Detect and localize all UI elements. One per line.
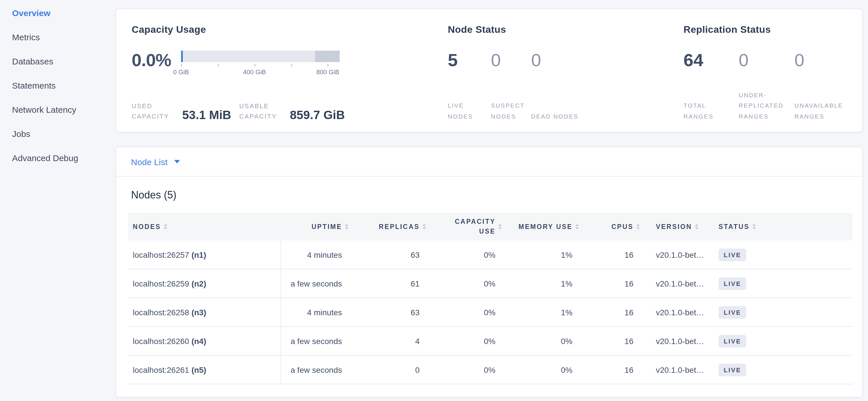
under-replicated-ranges-value: 0	[739, 48, 795, 69]
axis-tick	[255, 64, 255, 67]
cpus-cell: 16	[579, 355, 640, 384]
status-badge: LIVE	[718, 306, 746, 318]
sidebar-item-overview[interactable]: Overview	[12, 9, 116, 18]
column-header-status[interactable]: STATUS	[712, 213, 852, 240]
memory-use-cell: 1%	[502, 298, 579, 326]
capacity-usage-panel: Capacity Usage 0.0%	[132, 24, 448, 121]
total-ranges-value: 64	[683, 48, 739, 69]
sort-icon	[752, 224, 756, 230]
uptime-cell: a few seconds	[281, 269, 348, 298]
node-status-title: Node Status	[448, 24, 683, 36]
nodes-table-section: Nodes (5) NODES UPTIME	[116, 177, 862, 397]
suspect-nodes-value: 0	[491, 48, 531, 69]
column-header-nodes[interactable]: NODES	[128, 213, 281, 240]
node-address: localhost:26260	[133, 336, 189, 345]
total-ranges-stat: 64 TOTAL RANGES	[683, 48, 739, 121]
sidebar-item-metrics[interactable]: Metrics	[12, 33, 116, 42]
sidebar: Overview Metrics Databases Statements Ne…	[0, 0, 116, 401]
column-label: REPLICAS	[379, 223, 420, 230]
sidebar-item-statements[interactable]: Statements	[12, 81, 116, 90]
axis-tick-label: 400 GiB	[243, 68, 266, 75]
table-row-node-5: localhost:26261(n5) a few seconds 0 0% 0…	[128, 355, 852, 384]
total-ranges-label: TOTAL RANGES	[683, 101, 739, 122]
sort-icon	[695, 224, 699, 230]
uptime-cell: a few seconds	[281, 326, 348, 355]
column-header-memory-use[interactable]: MEMORY USE	[502, 213, 579, 240]
dead-nodes-value: 0	[531, 48, 683, 69]
table-header-row: NODES UPTIME REPLICAS	[128, 213, 852, 240]
version-cell: v20.1.0-bet…	[640, 355, 712, 384]
dead-nodes-stat: 0 DEAD NODES	[531, 48, 683, 121]
column-header-version[interactable]: VERSION	[640, 213, 712, 240]
sidebar-item-network-latency[interactable]: Network Latency	[12, 105, 116, 114]
node-address-cell: localhost:26260(n4)	[128, 326, 281, 355]
node-address-cell: localhost:26257(n1)	[128, 240, 281, 269]
under-replicated-ranges-stat: 0 UNDER-REPLICATED RANGES	[739, 48, 795, 121]
node-id: (n3)	[191, 308, 206, 317]
capacity-usage-title: Capacity Usage	[132, 24, 448, 36]
replicas-cell: 0	[348, 355, 426, 384]
column-header-capacity-use[interactable]: CAPACITY USE	[426, 213, 502, 240]
sort-icon	[345, 224, 348, 230]
column-label: UPTIME	[312, 223, 342, 230]
column-header-cpus[interactable]: CPUS	[579, 213, 640, 240]
status-cell: LIVE	[712, 298, 852, 326]
table-row-node-2: localhost:26259(n2) a few seconds 61 0% …	[128, 269, 852, 298]
node-address-cell: localhost:26259(n2)	[128, 269, 281, 298]
capacity-bar-reserved-segment	[315, 51, 340, 62]
replicas-cell: 63	[348, 298, 426, 326]
cluster-overview-page: Overview Metrics Databases Statements Ne…	[0, 0, 868, 401]
sort-icon	[576, 224, 579, 230]
column-label: CAPACITY USE	[453, 217, 496, 236]
table-row-node-3: localhost:26258(n3) 4 minutes 63 0% 1% 1…	[128, 298, 852, 326]
node-address: localhost:26258	[133, 308, 189, 317]
axis-tick-label: 0 GiB	[173, 68, 189, 75]
live-nodes-stat: 5 LIVE NODES	[448, 48, 491, 121]
column-label: MEMORY USE	[519, 223, 572, 230]
nodes-count-title: Nodes (5)	[131, 189, 852, 201]
node-list-card: Node List Nodes (5) NODES	[116, 147, 863, 398]
node-address: localhost:26259	[133, 279, 189, 288]
node-address: localhost:26261	[133, 365, 189, 374]
main-content: Capacity Usage 0.0%	[116, 0, 868, 401]
dead-nodes-label: DEAD NODES	[531, 111, 683, 121]
cpus-cell: 16	[579, 269, 640, 298]
node-id: (n4)	[191, 336, 206, 345]
sort-icon	[498, 224, 502, 230]
table-row-node-1: localhost:26257(n1) 4 minutes 63 0% 1% 1…	[128, 240, 852, 269]
node-id: (n1)	[191, 250, 206, 259]
cpus-cell: 16	[579, 298, 640, 326]
status-badge: LIVE	[718, 248, 746, 261]
capacity-use-cell: 0%	[426, 326, 502, 355]
used-capacity-stat: USED CAPACITY 53.1 MiB	[132, 101, 231, 121]
capacity-axis-ticks	[181, 64, 340, 68]
status-badge: LIVE	[718, 277, 746, 290]
status-cell: LIVE	[712, 355, 852, 384]
memory-use-cell: 0%	[502, 326, 579, 355]
usable-capacity-label: USABLE CAPACITY	[239, 101, 284, 121]
column-header-uptime[interactable]: UPTIME	[281, 213, 348, 240]
usable-capacity-value: 859.7 GiB	[290, 109, 345, 121]
status-badge: LIVE	[718, 335, 746, 347]
sidebar-item-jobs[interactable]: Jobs	[12, 130, 116, 139]
sidebar-item-databases[interactable]: Databases	[12, 57, 116, 66]
under-replicated-ranges-label: UNDER-REPLICATED RANGES	[739, 90, 795, 121]
memory-use-cell: 1%	[502, 269, 579, 298]
table-row-node-4: localhost:26260(n4) a few seconds 4 0% 0…	[128, 326, 852, 355]
column-label: VERSION	[656, 223, 692, 230]
capacity-use-cell: 0%	[426, 298, 502, 326]
memory-use-cell: 1%	[502, 240, 579, 269]
nodes-table: NODES UPTIME REPLICAS	[128, 213, 852, 384]
node-address-cell: localhost:26261(n5)	[128, 355, 281, 384]
used-capacity-value: 53.1 MiB	[182, 109, 231, 121]
axis-tick	[181, 64, 182, 67]
column-label: NODES	[133, 223, 161, 230]
node-id: (n5)	[191, 365, 206, 374]
status-cell: LIVE	[712, 326, 852, 355]
column-header-replicas[interactable]: REPLICAS	[348, 213, 426, 240]
node-list-dropdown[interactable]: Node List	[116, 147, 862, 177]
capacity-bar	[181, 51, 340, 62]
unavailable-ranges-stat: 0 UNAVAILABLE RANGES	[795, 48, 847, 121]
sidebar-item-advanced-debug[interactable]: Advanced Debug	[12, 153, 116, 163]
node-status-panel: Node Status 5 LIVE NODES 0 SUSPECT NODES…	[448, 24, 683, 121]
